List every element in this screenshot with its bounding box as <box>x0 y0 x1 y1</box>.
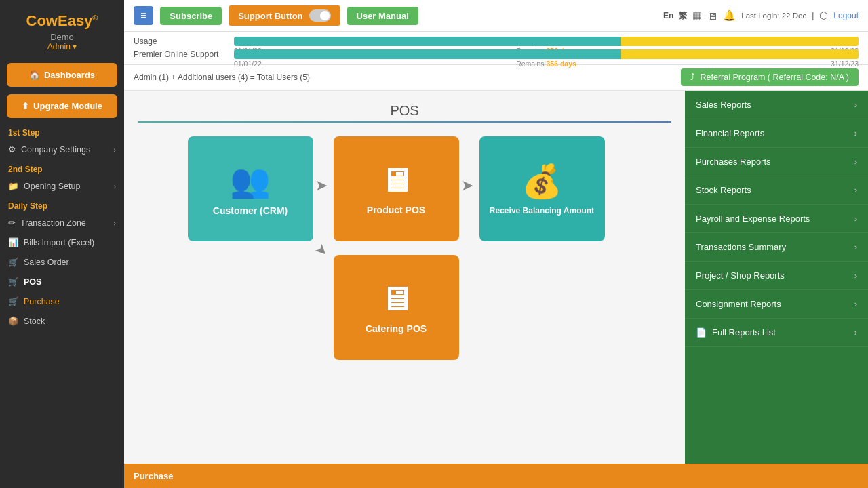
usage-label: Usage <box>134 37 229 46</box>
usage-bar-yellow <box>621 37 859 46</box>
sales-reports-label: Sales Reports <box>696 100 751 110</box>
report-item-consignment[interactable]: Consignment Reports › <box>685 290 868 319</box>
product-pos-icon: 🖥 <box>380 162 412 199</box>
sidebar-item-stock[interactable]: 📦 Stock <box>0 311 124 331</box>
usage-section: Usage 01/01/22 Remains 356 days 31/12/23… <box>124 32 868 65</box>
subscribe-label: Subscribe <box>170 11 212 21</box>
separator: | <box>812 11 814 20</box>
support-label: Premier Online Support <box>134 49 229 59</box>
full-reports-chevron: › <box>854 327 857 338</box>
table-icon[interactable]: ▦ <box>692 9 702 22</box>
topbar-right: En 繁 ▦ 🖥 🔔 Last Login: 22 Dec | ⬡ Logout <box>663 9 859 22</box>
arrow-down-right: ➤ <box>311 239 332 260</box>
chevron-right-icon: › <box>113 182 116 190</box>
support-end-date: 31/12/23 <box>831 60 859 68</box>
sales-order-icon: 🛒 <box>8 257 19 267</box>
brand-name: CowEasy® <box>7 12 117 30</box>
user-manual-button[interactable]: User Manual <box>347 7 418 25</box>
report-item-transactions[interactable]: Transactions Summary › <box>685 233 868 262</box>
admin-label: Admin ▾ <box>7 42 117 52</box>
support-toggle[interactable] <box>309 9 331 22</box>
stock-label: Stock <box>24 317 45 326</box>
monitor-icon[interactable]: 🖥 <box>707 10 717 22</box>
chevron-right-icon: › <box>113 146 116 154</box>
sidebar-item-sales-order[interactable]: 🛒 Sales Order <box>0 252 124 272</box>
sidebar-item-transaction-zone[interactable]: ✏ Transaction Zone › <box>0 213 124 232</box>
sidebar-item-purchase[interactable]: 🛒 Purchase <box>0 291 124 311</box>
bottom-bar-label: Purchase <box>134 471 174 481</box>
upgrade-module-button[interactable]: ⬆ Upgrade Module <box>7 94 117 118</box>
report-item-financial[interactable]: Financial Reports › <box>685 119 868 148</box>
pos-underline <box>138 121 671 123</box>
purchases-reports-label: Purchases Reports <box>696 157 771 167</box>
sales-order-label: Sales Order <box>24 258 69 267</box>
admin-info-row: Admin (1) + Additional users (4) = Total… <box>124 65 868 91</box>
support-bar-teal <box>234 49 621 59</box>
bills-icon: 📊 <box>8 237 19 247</box>
report-item-stock[interactable]: Stock Reports › <box>685 176 868 205</box>
referral-button[interactable]: ⤴ Referral Program ( Referral Code: N/A … <box>681 68 859 86</box>
product-pos-label: Product POS <box>367 205 425 216</box>
sidebar-logo: CowEasy® Demo Admin ▾ <box>0 0 124 58</box>
pos-panel: POS 👥 Customer (CRM) ➤ 🖥 Product POS <box>124 91 685 464</box>
manual-label: User Manual <box>357 11 409 21</box>
report-item-project[interactable]: Project / Shop Reports › <box>685 262 868 290</box>
usage-bar-container: 01/01/22 Remains 356 days 31/12/23 <box>234 37 859 46</box>
report-item-purchases[interactable]: Purchases Reports › <box>685 148 868 176</box>
full-reports-icon: 📄 <box>696 327 707 338</box>
notification-icon[interactable]: 🔔 <box>723 9 736 22</box>
pos-title: POS <box>138 103 671 119</box>
share-icon: ⤴ <box>690 73 695 82</box>
full-reports-label: Full Reports List <box>712 327 776 338</box>
reports-panel: Sales Reports › Financial Reports › Purc… <box>685 91 868 464</box>
report-item-full[interactable]: 📄 Full Reports List › <box>685 319 868 347</box>
arrow-right-middle: ➤ <box>461 177 473 195</box>
step1-label: 1st Step <box>0 123 124 140</box>
subscribe-button[interactable]: Subscribe <box>160 7 222 25</box>
consignment-reports-label: Consignment Reports <box>696 299 781 309</box>
product-pos-card[interactable]: 🖥 Product POS <box>334 136 459 241</box>
sidebar-item-bills-import[interactable]: 📊 Bills Import (Excel) <box>0 232 124 252</box>
dashboards-button[interactable]: 🏠 Dashboards <box>7 63 117 87</box>
support-row: Premier Online Support 01/01/22 Remains … <box>134 49 859 59</box>
customer-crm-card[interactable]: 👥 Customer (CRM) <box>188 136 313 241</box>
transactions-label: Transactions Summary <box>696 242 786 252</box>
logout-button[interactable]: Logout <box>833 11 859 20</box>
sales-reports-chevron: › <box>854 100 857 110</box>
sidebar-item-pos[interactable]: 🛒 POS <box>0 272 124 291</box>
lang-en[interactable]: En <box>663 11 673 20</box>
report-item-payroll[interactable]: Payroll and Expense Reports › <box>685 205 868 233</box>
support-button[interactable]: Support Button <box>229 5 340 26</box>
catering-pos-card[interactable]: 🖥 Catering POS <box>334 255 459 360</box>
main-area: ≡ Subscribe Support Button User Manual E… <box>124 0 868 488</box>
support-remains-days: 356 days <box>546 60 576 68</box>
opening-setup-label: Opening Setup <box>24 182 80 191</box>
topbar: ≡ Subscribe Support Button User Manual E… <box>124 0 868 32</box>
payroll-reports-chevron: › <box>854 214 857 224</box>
stock-reports-chevron: › <box>854 185 857 195</box>
usage-bar-teal <box>234 37 621 46</box>
brand-symbol: ® <box>92 14 98 22</box>
menu-button[interactable]: ≡ <box>134 6 153 25</box>
arrow-right-top: ➤ <box>315 177 328 195</box>
sidebar-item-opening-setup[interactable]: 📁 Opening Setup › <box>0 176 124 196</box>
logout-icon[interactable]: ⬡ <box>819 9 828 22</box>
purchases-reports-chevron: › <box>854 157 857 167</box>
pos-label: POS <box>24 277 41 287</box>
receive-balance-card[interactable]: 💰 Receive Balancing Amount <box>479 136 605 241</box>
catering-pos-icon: 🖥 <box>380 281 412 318</box>
lang-zh[interactable]: 繁 <box>679 10 687 22</box>
folder-icon: 📁 <box>8 181 19 191</box>
receive-balance-label: Receive Balancing Amount <box>490 206 594 216</box>
support-dates: 01/01/22 Remains 356 days 31/12/23 <box>234 60 859 68</box>
brand-text: CowEasy <box>26 12 93 29</box>
customer-crm-label: Customer (CRM) <box>213 205 288 216</box>
report-item-sales[interactable]: Sales Reports › <box>685 91 868 119</box>
catering-pos-label: Catering POS <box>366 323 427 334</box>
payroll-reports-label: Payroll and Expense Reports <box>696 214 810 224</box>
support-bar-yellow <box>621 49 859 59</box>
support-start-date: 01/01/22 <box>234 60 262 68</box>
customer-crm-icon: 👥 <box>230 162 271 200</box>
sidebar-item-company-settings[interactable]: ⚙ Company Settings › <box>0 140 124 159</box>
step2-label: 2nd Step <box>0 159 124 176</box>
